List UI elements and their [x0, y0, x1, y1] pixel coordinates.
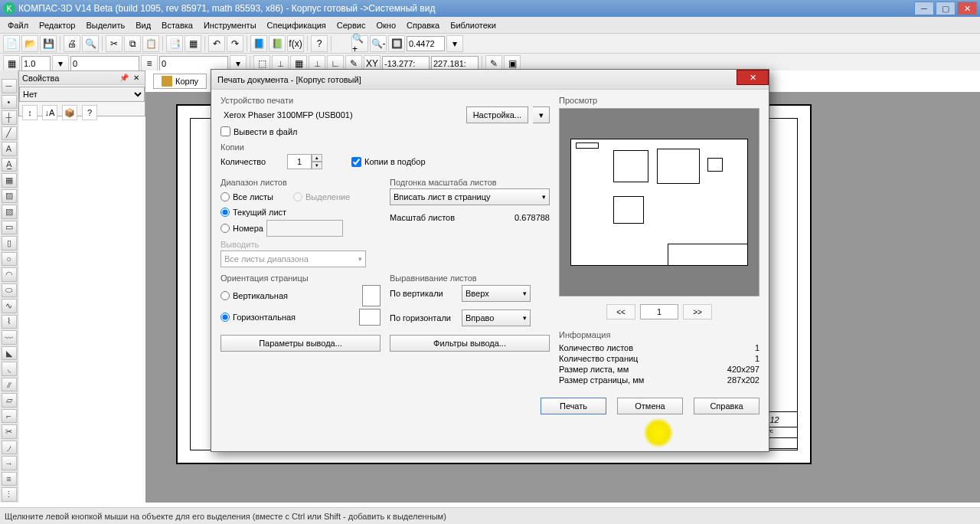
configure-button[interactable]: Настройка...: [466, 106, 528, 123]
new-icon[interactable]: 📄: [3, 35, 20, 52]
menu-tools[interactable]: Инструменты: [199, 19, 261, 31]
prop-ico-3[interactable]: 📦: [62, 105, 77, 120]
help-icon[interactable]: ?: [311, 35, 328, 52]
bezier-icon[interactable]: 〰: [2, 330, 17, 345]
prop-close-icon[interactable]: ✕: [131, 73, 142, 84]
maximize-button[interactable]: ▢: [936, 2, 956, 15]
point-icon[interactable]: •: [2, 95, 17, 110]
text2-icon[interactable]: A̲: [2, 158, 17, 172]
range-numbers-radio[interactable]: [220, 224, 230, 233]
quantity-input[interactable]: [287, 154, 312, 169]
preview-icon[interactable]: 🔍: [82, 35, 99, 52]
prop-combo[interactable]: Нет: [19, 87, 145, 102]
drop1-icon[interactable]: ▾: [52, 55, 69, 72]
page-next-button[interactable]: >>: [683, 304, 712, 319]
output-combo[interactable]: Все листы диапазона: [220, 251, 366, 267]
aux-icon[interactable]: ╱: [2, 126, 17, 141]
ellipse-icon[interactable]: ⬭: [2, 283, 17, 298]
zoomfit-icon[interactable]: ▾: [446, 35, 463, 52]
configure-dropdown[interactable]: ▾: [533, 106, 550, 123]
table-icon[interactable]: ▦: [2, 173, 17, 188]
menu-service[interactable]: Сервис: [332, 19, 371, 31]
pin-icon[interactable]: 📌: [119, 73, 129, 84]
break-icon[interactable]: ⵰: [2, 440, 17, 455]
menu-spec[interactable]: Спецификация: [263, 19, 331, 31]
range-all-radio[interactable]: [220, 192, 230, 201]
save-icon[interactable]: 💾: [40, 35, 57, 52]
menu-help[interactable]: Справка: [402, 19, 444, 31]
layerval-input[interactable]: [70, 56, 139, 71]
print-button[interactable]: Печать: [541, 398, 606, 414]
output-to-file-checkbox[interactable]: [220, 126, 230, 136]
output-params-button[interactable]: Параметры вывода...: [220, 335, 381, 352]
line-icon[interactable]: ─: [2, 79, 17, 93]
dialog-close-button[interactable]: ✕: [737, 70, 769, 85]
collate-checkbox[interactable]: [351, 157, 361, 167]
menu-select[interactable]: Выделить: [81, 19, 129, 31]
close-button[interactable]: ✕: [957, 2, 977, 15]
arc-icon[interactable]: ◠: [2, 267, 17, 282]
curve-icon[interactable]: ⌇: [2, 315, 17, 329]
qty-up[interactable]: ▴: [312, 154, 322, 162]
fillet-icon[interactable]: ◟: [2, 362, 17, 376]
prop-ico-1[interactable]: ↕: [22, 105, 38, 120]
equid-icon[interactable]: ≡: [2, 472, 17, 486]
zoom-input[interactable]: [407, 36, 445, 51]
spline-icon[interactable]: ∿: [2, 299, 17, 313]
mirror-icon[interactable]: ▱: [2, 393, 17, 408]
menu-file[interactable]: Файл: [3, 19, 33, 31]
align-v-combo[interactable]: Вверх: [462, 285, 531, 302]
hatch-icon[interactable]: ▨: [2, 189, 17, 204]
redo-icon[interactable]: ↷: [227, 35, 243, 52]
layer1-icon[interactable]: ▦: [3, 55, 20, 72]
prop-ico-2[interactable]: ↓A: [42, 105, 57, 120]
fill-icon[interactable]: ▧: [2, 205, 17, 219]
properties-icon[interactable]: 📑: [166, 35, 183, 52]
text-icon[interactable]: A: [2, 142, 17, 156]
zoomin-icon[interactable]: 🔍+: [351, 35, 368, 52]
print-icon[interactable]: 🖨: [64, 35, 80, 52]
circle-icon[interactable]: ○: [2, 252, 17, 267]
orient-h-radio[interactable]: [220, 313, 230, 322]
scale-input[interactable]: [21, 56, 51, 71]
undo-icon[interactable]: ↶: [208, 35, 225, 52]
menu-window[interactable]: Окно: [371, 19, 400, 31]
more-icon[interactable]: ⋮: [2, 487, 17, 502]
layermgr-icon[interactable]: ≡: [141, 55, 158, 72]
rect2-icon[interactable]: ▯: [2, 236, 17, 251]
range-numbers-input[interactable]: [266, 220, 343, 237]
lib2-icon[interactable]: 📗: [269, 35, 286, 52]
menu-insert[interactable]: Вставка: [157, 19, 198, 31]
menu-view[interactable]: Вид: [131, 19, 155, 31]
prop-ico-4[interactable]: ?: [82, 105, 97, 120]
page-prev-button[interactable]: <<: [606, 304, 635, 319]
axis-icon[interactable]: ┼: [2, 110, 17, 125]
output-filters-button[interactable]: Фильтры вывода...: [390, 335, 550, 352]
cancel-button[interactable]: Отмена: [617, 398, 683, 414]
minimize-button[interactable]: ─: [914, 2, 934, 15]
zoomsel-icon[interactable]: 🔲: [388, 35, 405, 52]
paste-icon[interactable]: 📋: [142, 35, 159, 52]
chamfer-icon[interactable]: ◣: [2, 346, 17, 361]
cut-icon[interactable]: ✂: [106, 35, 122, 52]
align-h-combo[interactable]: Вправо: [462, 309, 531, 326]
range-current-radio[interactable]: [220, 208, 230, 217]
fit-combo[interactable]: Вписать лист в страницу: [390, 188, 550, 205]
offset-icon[interactable]: ⫽: [2, 378, 17, 392]
doc-tab[interactable]: Корпу: [153, 74, 207, 89]
menu-libs[interactable]: Библиотеки: [446, 19, 501, 31]
lib1-icon[interactable]: 📘: [250, 35, 267, 52]
dlg-help-button[interactable]: Справка: [694, 398, 760, 414]
open-icon[interactable]: 📂: [21, 35, 38, 52]
fx-icon[interactable]: f(x): [287, 35, 304, 52]
trim-icon[interactable]: ✂: [2, 424, 17, 439]
rect-icon[interactable]: ▭: [2, 221, 17, 235]
corner-icon[interactable]: ⌐: [2, 409, 17, 424]
orient-v-radio[interactable]: [220, 291, 230, 300]
page-number[interactable]: 1: [640, 304, 678, 319]
qty-down[interactable]: ▾: [312, 162, 322, 169]
zoomout-icon[interactable]: 🔍-: [370, 35, 387, 52]
menu-edit[interactable]: Редактор: [34, 19, 80, 31]
copy-icon[interactable]: ⧉: [124, 35, 141, 52]
variables-icon[interactable]: ▦: [185, 35, 201, 52]
